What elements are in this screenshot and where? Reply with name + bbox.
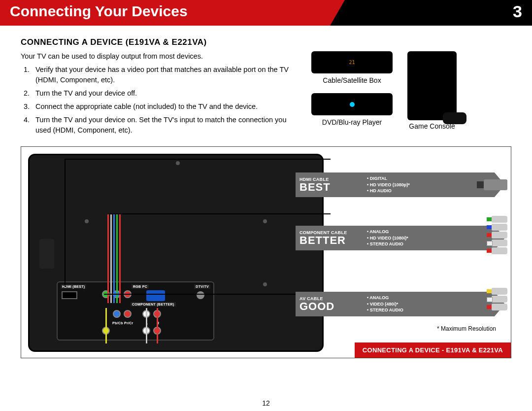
steps-list: Verify that your device has a video port…	[21, 65, 297, 136]
chapter-number: 3	[513, 2, 522, 21]
jack-pbcb	[113, 310, 121, 318]
hdmi-plug-icon	[484, 179, 507, 190]
step-2: Turn the TV and your device off.	[32, 88, 297, 99]
jack-prcr	[124, 310, 132, 318]
dtv-label: DTV/TV	[194, 284, 210, 289]
chapter-header: Connecting Your Devices 3	[0, 0, 532, 26]
page-number: 12	[262, 399, 270, 407]
callout-good: AV CABLE GOOD • ANALOG • VIDEO (480i)* •…	[296, 292, 505, 321]
best-quality: BEST	[299, 182, 363, 193]
rca-plug-yellow	[492, 288, 507, 295]
better-feat2: • HD VIDEO (1080i)*	[367, 235, 505, 241]
better-quality: BETTER	[299, 235, 363, 246]
rca-plug-red2	[492, 247, 507, 254]
good-quality: GOOD	[299, 301, 363, 312]
device-group-left: Cable/Satellite Box DVD/Blu-ray Player	[311, 51, 393, 126]
diagram-footer-bar: CONNECTING A DEVICE - E191VA & E221VA	[355, 342, 511, 358]
cable-box-icon	[311, 51, 393, 73]
devices-column: Cable/Satellite Box DVD/Blu-ray Player G…	[311, 51, 511, 138]
section-title: CONNECTING A DEVICE (E191VA & E221VA)	[21, 37, 511, 47]
coax-port-icon	[197, 291, 204, 299]
hdmi-port-icon	[62, 291, 77, 299]
game-console-icon	[407, 51, 457, 120]
dvd-caption: DVD/Blu-ray Player	[311, 118, 393, 126]
step-4: Turn the TV and your device on. Set the …	[32, 115, 297, 136]
port-panel: HDMI (BEST) RGB PC DTV/TV COMPONENT (BET…	[57, 281, 214, 341]
tv-back-panel: HDMI (BEST) RGB PC DTV/TV COMPONENT (BET…	[28, 154, 324, 352]
cable-box-caption: Cable/Satellite Box	[311, 76, 393, 84]
callout-better: COMPONENT CABLE BETTER • ANALOG • HD VID…	[296, 226, 505, 255]
rca-plug-white2	[492, 296, 507, 303]
resolution-footnote: * Maximum Resolution	[437, 325, 496, 332]
component-label: COMPONENT (BETTER)	[131, 302, 176, 307]
rca-plug-red3	[492, 304, 507, 310]
rca-plug-white	[492, 240, 507, 246]
connection-diagram: HDMI (BEST) RGB PC DTV/TV COMPONENT (BET…	[21, 146, 511, 358]
good-feat3: • STEREO AUDIO	[367, 307, 505, 313]
rgb-label: RGB PC	[132, 284, 149, 289]
better-feat1: • ANALOG	[367, 229, 505, 235]
hdmi-connector-icon	[39, 239, 54, 269]
callout-best: HDMI CABLE BEST • DIGITAL • HD VIDEO (10…	[296, 172, 505, 202]
prcr-label: Pr/Cr	[123, 321, 135, 325]
step-1: Verify that your device has a video port…	[32, 65, 297, 85]
intro-text: Your TV can be used to display output fr…	[21, 51, 297, 62]
dvd-player-icon	[311, 93, 393, 115]
step-3: Connect the appropriate cable (not inclu…	[32, 102, 297, 112]
rca-plug-red	[492, 232, 507, 239]
good-feat1: • ANALOG	[367, 295, 505, 301]
instructions-column: Your TV can be used to display output fr…	[21, 51, 297, 138]
rca-plug-blue	[492, 224, 507, 231]
better-feat3: • STEREO AUDIO	[367, 241, 505, 247]
rca-plug-green	[492, 216, 507, 223]
good-feat2: • VIDEO (480i)*	[367, 301, 505, 308]
chapter-title: Connecting Your Devices	[10, 3, 188, 20]
device-group-right: Game Console	[407, 51, 457, 130]
vga-port-icon	[146, 290, 165, 301]
